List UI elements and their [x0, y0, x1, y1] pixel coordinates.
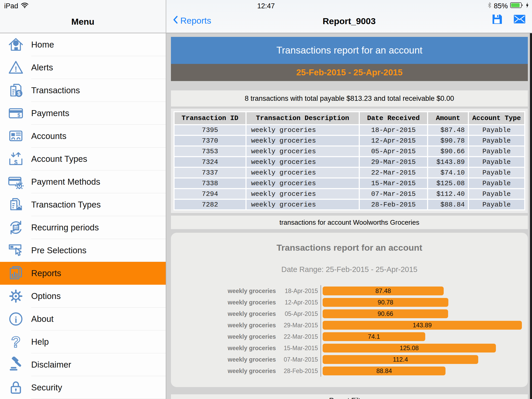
report-summary-bar: 8 transactions with total payable $813.2…	[171, 90, 528, 107]
sidebar-item-options[interactable]: Options	[0, 285, 166, 308]
mail-button[interactable]	[514, 15, 525, 23]
sidebar-item-payment-methods[interactable]: Payment Methods	[0, 170, 166, 193]
sidebar-item-transaction-types[interactable]: Transaction Types	[0, 193, 166, 216]
sidebar-item-disclaimer[interactable]: Disclaimer	[0, 353, 166, 376]
table-header-row: Transaction ID Transaction Description D…	[175, 112, 524, 124]
sidebar-item-recurring-periods[interactable]: 10 Recurring periods	[0, 216, 166, 239]
table-cell: 28-Feb-2015	[360, 200, 427, 209]
chart-bar-area: 87.48	[321, 285, 525, 297]
table-cell: Payable	[469, 125, 524, 135]
chart-subtitle: Date Range: 25-Feb-2015 - 25-Apr-2015	[171, 265, 528, 274]
chart-row-date: 18-Apr-2015	[276, 288, 321, 295]
transactions-table-body: 7395weekly groceries18-Apr-2015$87.48Pay…	[175, 125, 524, 209]
chart-row-date: 22-Mar-2015	[276, 333, 321, 340]
chart-row-label: weekly groceries	[171, 356, 276, 363]
chart-bar-value: 74.1	[368, 333, 380, 340]
table-cell: 7324	[175, 157, 245, 167]
table-cell: weekly groceries	[247, 178, 359, 188]
report-header-banner: Transactions report for an account	[171, 37, 528, 64]
sidebar-item-home[interactable]: $ Home	[0, 33, 166, 56]
table-row: 7337weekly groceries22-Mar-2015$74.10Pay…	[175, 168, 524, 177]
main-pane: Reports Report_9003 Transactions report …	[166, 0, 532, 399]
chart-bar: 112.4	[323, 355, 478, 364]
sidebar-item-account-types[interactable]: $ Account Types	[0, 148, 166, 170]
table-cell: $87.48	[428, 125, 468, 135]
sidebar-item-security[interactable]: Security	[0, 376, 166, 399]
chart-row-label: weekly groceries	[171, 333, 276, 340]
chart-row-date: 12-Apr-2015	[276, 299, 321, 306]
chart-row-date: 28-Feb-2015	[276, 368, 321, 375]
chart-bar-value: 87.48	[375, 287, 391, 295]
chart-bar-value: 125.08	[400, 344, 419, 352]
table-cell: $90.66	[428, 147, 468, 156]
report-filters-bar: Report Filters	[171, 394, 528, 399]
reports-icon	[8, 265, 24, 281]
sidebar-item-label: Transaction Types	[31, 200, 101, 210]
table-cell: weekly groceries	[247, 147, 359, 156]
table-footer-bar: transactions for account Woolworths Groc…	[171, 216, 528, 229]
sidebar-item-label: Home	[31, 40, 54, 50]
sidebar-item-help[interactable]: ? Help	[0, 330, 166, 353]
table-cell: $74.10	[428, 168, 468, 177]
sidebar-item-transactions[interactable]: $ Transactions	[0, 79, 166, 102]
chart-bar-value: 90.66	[378, 310, 393, 317]
table-cell: weekly groceries	[247, 189, 359, 199]
sidebar-item-label: Accounts	[31, 131, 66, 141]
sidebar-menu: $ Home ! Alerts $ Transactions $ Payment…	[0, 33, 166, 399]
sidebar-item-label: Help	[31, 337, 49, 347]
table-cell: weekly groceries	[247, 157, 359, 167]
table-cell: Payable	[469, 147, 524, 156]
chart-bar-area: 125.08	[321, 342, 525, 354]
svg-text:$: $	[17, 112, 20, 118]
sidebar-item-label: About	[31, 314, 54, 324]
transactions-table: Transaction ID Transaction Description D…	[174, 111, 525, 210]
bluetooth-icon	[488, 2, 491, 10]
table-cell: Payable	[469, 136, 524, 145]
status-bar: iPad 12:47 85%	[0, 0, 532, 11]
col-header-transaction-id: Transaction ID	[175, 112, 245, 124]
sidebar-item-payments[interactable]: $ Payments	[0, 102, 166, 125]
battery-percent: 85%	[494, 2, 508, 10]
table-cell: 7337	[175, 168, 245, 177]
chart-bar: 90.78	[323, 298, 448, 307]
table-cell: Payable	[469, 168, 524, 177]
chart-bar-value: 143.89	[413, 322, 432, 329]
table-cell: Payable	[469, 189, 524, 199]
chart-rows: weekly groceries18-Apr-201587.48weekly g…	[171, 285, 528, 377]
sidebar-item-label: Disclaimer	[31, 360, 71, 370]
table-cell: weekly groceries	[247, 200, 359, 209]
security-icon	[8, 380, 24, 396]
sidebar-item-accounts[interactable]: Accounts	[0, 125, 166, 148]
sidebar-item-label: Alerts	[31, 63, 53, 72]
chart-bar-value: 112.4	[393, 356, 408, 363]
chart-row-label: weekly groceries	[171, 345, 276, 352]
sidebar-item-about[interactable]: i About	[0, 308, 166, 330]
transactions-icon: $	[8, 82, 24, 98]
app-window: iPad 12:47 85% Menu $ Home ! Alerts $	[0, 0, 532, 399]
chart-bar: 74.1	[323, 332, 425, 341]
table-cell: 07-Mar-2015	[360, 189, 427, 199]
chart-row-label: weekly groceries	[171, 322, 276, 329]
home-icon: $	[8, 37, 24, 53]
chart-row: weekly groceries07-Mar-2015112.4	[171, 354, 528, 365]
table-cell: 7370	[175, 136, 245, 145]
report-date-range-banner: 25-Feb-2015 - 25-Apr-2015	[171, 64, 528, 81]
payments-icon: $	[8, 105, 24, 121]
svg-text:$: $	[14, 159, 18, 166]
chart-bar-area: 112.4	[321, 354, 525, 365]
chart-bar: 88.84	[323, 367, 445, 375]
transaction-types-icon	[8, 197, 24, 213]
alerts-icon: !	[8, 59, 24, 76]
save-button[interactable]	[492, 14, 502, 24]
sidebar-item-alerts[interactable]: ! Alerts	[0, 56, 166, 79]
chart-bar: 87.48	[323, 287, 444, 295]
payment-methods-icon	[8, 174, 24, 190]
svg-text:$: $	[15, 41, 17, 46]
sidebar-item-pre-selections[interactable]: Pre Selections	[0, 239, 166, 262]
col-header-amount: Amount	[428, 112, 468, 124]
help-icon: ?	[8, 334, 24, 350]
table-cell: 29-Mar-2015	[360, 157, 427, 167]
sidebar-item-reports[interactable]: Reports	[0, 262, 166, 285]
recurring-periods-icon: 10	[8, 220, 24, 236]
table-cell: weekly groceries	[247, 125, 359, 135]
